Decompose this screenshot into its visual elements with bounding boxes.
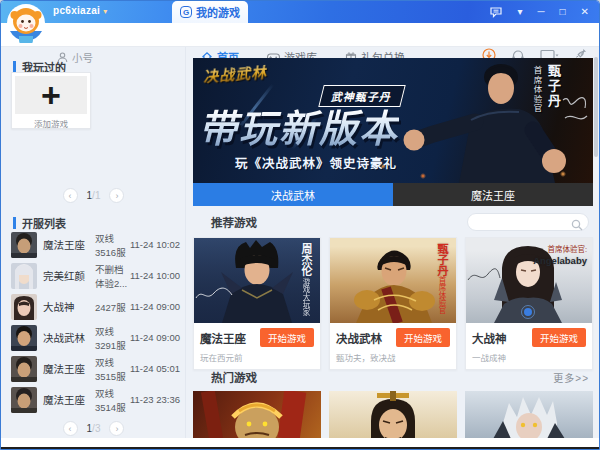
main-content: 决战武林 武神甄子丹 带玩新版本 玩《决战武林》领史诗豪礼 甄子丹 首席体验官 … bbox=[187, 47, 599, 438]
recommended-header-row: 推荐游戏 bbox=[211, 213, 589, 231]
game-avatar bbox=[11, 387, 37, 413]
server-row[interactable]: 魔法王座 双线3515服 11-24 05:01 bbox=[1, 353, 186, 384]
played-pager: ‹ 1/1 › bbox=[1, 188, 186, 203]
signature-scribble bbox=[557, 92, 591, 132]
game-avatar bbox=[11, 263, 37, 289]
sidebar: 我玩过的 + 添加游戏 ‹ 1/1 › 开服列表 魔法王座 双线3516服 11… bbox=[1, 47, 186, 438]
server-row[interactable]: 决战武林 双线3291服 11-24 09:00 bbox=[1, 322, 186, 353]
banner-tabs: 决战武林 魔法王座 bbox=[193, 183, 593, 206]
plus-icon: + bbox=[15, 76, 87, 114]
game-slogan: 甄功夫，致决战 bbox=[336, 351, 450, 363]
window-controls: ▾ ─ □ ✕ bbox=[490, 1, 589, 23]
banner-subline: 玩《决战武林》领史诗豪礼 bbox=[235, 153, 397, 172]
card-endorser-text: 甄子丹 首席体验官 bbox=[434, 243, 450, 314]
server-next-button[interactable]: › bbox=[109, 421, 124, 436]
server-list: 魔法王座 双线3516服 11-24 10:02 完美红颜 不删档体验2... … bbox=[1, 229, 186, 415]
game-card-dazhanshen: 首席体验官: Angelababy 大战神 开始游戏 一战成神 bbox=[465, 237, 593, 370]
monkey-king-art bbox=[193, 391, 321, 439]
hot-games-title: 热门游戏 bbox=[211, 369, 257, 385]
feedback-message-icon[interactable] bbox=[490, 7, 502, 18]
hot-game-thumbnail[interactable] bbox=[193, 391, 321, 439]
played-next-button[interactable]: › bbox=[109, 188, 124, 203]
app-title-text: pc6xiazai bbox=[53, 5, 100, 16]
game-slogan: 一战成神 bbox=[472, 351, 586, 363]
game-card-image[interactable]: 首席体验官: Angelababy bbox=[466, 238, 592, 323]
banner-headline: 带玩新版本 bbox=[199, 98, 399, 153]
card-endorser-text: 首席体验官: Angelababy bbox=[533, 243, 587, 266]
played-page-indicator: 1/1 bbox=[87, 190, 101, 201]
server-row[interactable]: 魔法王座 双线3514服 11-23 23:36 bbox=[1, 384, 186, 415]
server-pager: ‹ 1/3 › bbox=[1, 421, 186, 436]
hot-games-row bbox=[193, 391, 593, 439]
signature-scribble bbox=[466, 266, 502, 286]
game-avatar bbox=[11, 356, 37, 382]
server-row[interactable]: 完美红颜 不删档体验2... 11-24 10:00 bbox=[1, 260, 186, 291]
game-slogan: 玩在西元前 bbox=[200, 351, 314, 363]
scrollbar-track[interactable] bbox=[594, 49, 598, 436]
search-box bbox=[467, 213, 589, 231]
game-card-mofawangzuo: 周杰伦 游戏大玩家 魔法王座 开始游戏 玩在西元前 bbox=[193, 237, 321, 370]
promo-banner[interactable]: 决战武林 武神甄子丹 带玩新版本 玩《决战武林》领史诗豪礼 甄子丹 首席体验官 bbox=[193, 58, 593, 183]
card-footer: 魔法王座 开始游戏 玩在西元前 bbox=[194, 323, 320, 369]
hot-games-header-row: 热门游戏 更多>> bbox=[211, 369, 589, 385]
titlebar: pc6xiazai▾ G 我的游戏 ▾ ─ □ ✕ bbox=[1, 1, 599, 23]
game-card-image[interactable]: 周杰伦 游戏大玩家 bbox=[194, 238, 320, 323]
more-link[interactable]: 更多>> bbox=[553, 370, 589, 385]
close-button[interactable]: ✕ bbox=[581, 7, 589, 17]
title-dropdown-icon[interactable]: ▾ bbox=[103, 7, 107, 16]
recommended-cards: 周杰伦 游戏大玩家 魔法王座 开始游戏 玩在西元前 bbox=[193, 237, 593, 370]
banner-tab-juezhanwulin[interactable]: 决战武林 bbox=[193, 183, 393, 206]
game-card-juezhanwulin: 甄子丹 首席体验官 决战武林 开始游戏 甄功夫，致决战 bbox=[329, 237, 457, 370]
signature-scribble bbox=[194, 286, 234, 304]
game-name: 决战武林 bbox=[336, 330, 382, 346]
game-name: 魔法王座 bbox=[200, 330, 246, 346]
played-prev-button[interactable]: ‹ bbox=[63, 188, 78, 203]
emperor-art bbox=[329, 391, 457, 439]
add-game-button[interactable]: + 添加游戏 bbox=[11, 72, 91, 129]
banner-tab-mofawangzuo[interactable]: 魔法王座 bbox=[393, 183, 593, 206]
minimize-button[interactable]: ─ bbox=[537, 7, 544, 17]
app-window: pc6xiazai▾ G 我的游戏 ▾ ─ □ ✕ bbox=[0, 0, 600, 450]
card-footer: 决战武林 开始游戏 甄功夫，致决战 bbox=[330, 323, 456, 369]
navbar: 小号 首页 游戏库 礼包兑换 bbox=[1, 23, 599, 47]
hot-game-thumbnail[interactable] bbox=[329, 391, 457, 439]
game-avatar bbox=[11, 325, 37, 351]
search-icon[interactable] bbox=[571, 217, 583, 235]
add-game-label: 添加游戏 bbox=[12, 117, 90, 129]
server-row[interactable]: 魔法王座 双线3516服 11-24 10:02 bbox=[1, 229, 186, 260]
top-tab-label: 我的游戏 bbox=[196, 4, 240, 20]
app-logo-avatar[interactable] bbox=[6, 3, 46, 43]
app-title: pc6xiazai▾ bbox=[53, 5, 108, 16]
search-input[interactable] bbox=[468, 214, 588, 230]
game-card-image[interactable]: 甄子丹 首席体验官 bbox=[330, 238, 456, 323]
start-game-button[interactable]: 开始游戏 bbox=[532, 328, 586, 347]
start-game-button[interactable]: 开始游戏 bbox=[260, 328, 314, 347]
top-tab-my-games[interactable]: G 我的游戏 bbox=[172, 1, 248, 23]
maximize-button[interactable]: □ bbox=[560, 7, 566, 17]
server-row[interactable]: 大战神 2427服 11-24 09:00 bbox=[1, 291, 186, 322]
menu-dropdown-icon[interactable]: ▾ bbox=[517, 7, 522, 17]
card-footer: 大战神 开始游戏 一战成神 bbox=[466, 323, 592, 369]
window-bottom-margin bbox=[1, 438, 599, 447]
card-endorser-text: 周杰伦 游戏大玩家 bbox=[298, 243, 314, 316]
banner-endorser-title: 首席体验官 bbox=[531, 66, 543, 114]
window-bottom-edge bbox=[1, 447, 599, 449]
banner-game-logo: 决战武林 bbox=[202, 61, 267, 86]
server-prev-button[interactable]: ‹ bbox=[63, 421, 78, 436]
game-center-icon: G bbox=[180, 6, 192, 18]
hot-game-thumbnail[interactable] bbox=[465, 391, 593, 439]
game-name: 大战神 bbox=[472, 330, 507, 346]
game-avatar bbox=[11, 294, 37, 320]
scrollbar-thumb[interactable] bbox=[594, 57, 598, 157]
server-page-indicator: 1/3 bbox=[87, 423, 101, 434]
start-game-button[interactable]: 开始游戏 bbox=[396, 328, 450, 347]
game-avatar bbox=[11, 232, 37, 258]
white-hair-warrior-art bbox=[465, 391, 593, 439]
recommended-title: 推荐游戏 bbox=[211, 214, 257, 230]
